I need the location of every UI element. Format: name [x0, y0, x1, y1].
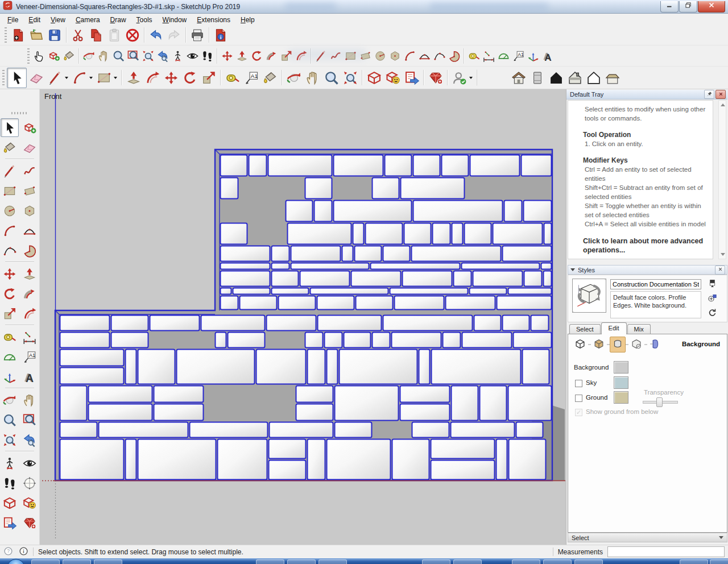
model-tile[interactable] — [508, 386, 552, 421]
model-tile[interactable] — [221, 155, 247, 176]
model-tile[interactable] — [334, 155, 383, 176]
model-tile[interactable] — [432, 350, 521, 384]
model-tile[interactable] — [355, 246, 382, 262]
model-tile[interactable] — [60, 333, 110, 348]
model-tile[interactable] — [257, 350, 306, 384]
tb3-button-3d-warehouse[interactable] — [365, 68, 383, 88]
rail-button-circle[interactable] — [1, 202, 18, 219]
model-tile[interactable] — [111, 333, 148, 348]
toolbar-handle[interactable] — [11, 112, 28, 114]
create-style-button[interactable] — [706, 293, 718, 304]
tb1-button-redo[interactable] — [165, 26, 183, 44]
background-settings-button[interactable] — [610, 337, 626, 353]
tb1-button-print[interactable] — [188, 26, 206, 44]
rail-button-freehand[interactable] — [21, 162, 38, 180]
model-tile[interactable] — [454, 271, 471, 287]
model-tile[interactable] — [288, 223, 351, 244]
tb2-button-zoom-window[interactable] — [126, 48, 140, 64]
tb2-button-axes[interactable] — [526, 48, 540, 64]
model-tile[interactable] — [403, 271, 452, 287]
model-tile[interactable] — [272, 288, 309, 295]
tb2-button-position-camera[interactable] — [170, 48, 185, 64]
help-icon[interactable]: ? — [3, 546, 13, 558]
model-tile[interactable] — [524, 271, 542, 287]
model-tile[interactable] — [465, 223, 491, 244]
tb2-button-3d-text[interactable]: AA — [540, 48, 555, 64]
rail-button-pie[interactable] — [21, 242, 38, 259]
model-tile[interactable] — [270, 422, 333, 438]
model-tile[interactable] — [308, 439, 325, 480]
sign-in-dropdown-arrow[interactable] — [469, 77, 473, 79]
taskbar-app-button[interactable] — [31, 559, 60, 564]
rail-button-follow-me[interactable] — [21, 285, 38, 302]
model-tile[interactable] — [286, 201, 313, 222]
learn-more-link[interactable]: Click to learn about more advanced opera… — [583, 237, 709, 255]
watermark-settings-button[interactable] — [628, 337, 644, 353]
menu-extensions[interactable]: Extensions — [192, 15, 235, 25]
style-thumbnail[interactable] — [572, 279, 606, 313]
model-tile[interactable] — [315, 201, 332, 222]
model-tile[interactable] — [221, 178, 238, 199]
rail-button-polygon[interactable] — [21, 202, 38, 219]
rail-button-tape-measure[interactable] — [1, 328, 18, 346]
taskbar-app-button[interactable] — [453, 559, 482, 564]
tb3-button-zoom[interactable] — [322, 68, 341, 88]
model-tile[interactable] — [340, 350, 417, 384]
model-tile[interactable] — [509, 439, 546, 480]
model-tile[interactable] — [451, 422, 515, 438]
show-ground-checkbox[interactable]: ✓ — [575, 409, 582, 416]
rail-button-section-plane[interactable] — [21, 474, 38, 492]
measurements-input[interactable] — [607, 546, 725, 557]
tb1-button-cut[interactable] — [69, 26, 87, 44]
model-tile[interactable] — [353, 223, 364, 244]
rail-button-line[interactable] — [1, 162, 18, 180]
model-tile[interactable] — [154, 404, 204, 421]
taskbar-app-button[interactable] — [94, 559, 122, 564]
instructor-scrollbar[interactable] — [718, 100, 726, 259]
model-tile[interactable] — [504, 201, 522, 222]
model-tile[interactable] — [344, 333, 371, 348]
tb3-button-view-iso[interactable] — [509, 68, 528, 88]
tb2-button-two-point-arc[interactable] — [417, 48, 432, 64]
model-tile[interactable] — [366, 223, 403, 244]
model-tile[interactable] — [383, 246, 410, 262]
model-tile[interactable] — [514, 333, 552, 348]
model-tile[interactable] — [228, 333, 265, 348]
model-tile[interactable] — [413, 155, 440, 176]
model-tile[interactable] — [60, 350, 124, 366]
model-tile[interactable] — [296, 386, 333, 403]
rail-button-orbit[interactable] — [1, 391, 18, 409]
model-tile[interactable] — [327, 350, 338, 384]
model-tile[interactable] — [221, 271, 270, 287]
rail-button-move[interactable] — [1, 265, 18, 283]
model-tile[interactable] — [523, 350, 549, 384]
model-tile[interactable] — [516, 422, 543, 438]
tb3-button-view-left[interactable] — [584, 68, 603, 88]
tb3-button-arc[interactable] — [70, 68, 89, 88]
tb3-button-paint-bucket[interactable] — [260, 68, 279, 88]
tb1-button-open[interactable] — [27, 26, 46, 44]
taskbar-app-button[interactable] — [710, 559, 728, 564]
menu-file[interactable]: File — [2, 15, 23, 25]
tray-pin-button[interactable] — [704, 90, 714, 99]
tb2-button-text[interactable]: A1 — [511, 48, 526, 64]
rail-button-zoom-window[interactable] — [21, 411, 38, 429]
model-tile[interactable] — [443, 333, 461, 348]
toolbar-handle[interactable] — [5, 27, 7, 43]
tb2-button-circle[interactable] — [373, 48, 387, 64]
rail-button-pan[interactable] — [21, 391, 38, 409]
model-tile[interactable] — [419, 350, 430, 384]
model-tile[interactable] — [291, 263, 369, 269]
model-tile[interactable] — [154, 386, 204, 403]
model-tile[interactable] — [462, 263, 540, 269]
rail-button-position-camera[interactable] — [1, 454, 18, 472]
model-tile[interactable] — [390, 288, 468, 295]
tb2-button-make-component[interactable] — [47, 48, 61, 64]
styles-section-header[interactable]: Styles — [568, 265, 727, 275]
model-tile[interactable] — [452, 386, 478, 421]
transparency-slider-thumb[interactable] — [656, 397, 663, 407]
rail-button-look-around[interactable] — [21, 454, 38, 472]
tb2-button-arc[interactable] — [402, 48, 417, 64]
model-tile[interactable] — [300, 271, 350, 287]
model-tile[interactable] — [442, 155, 469, 176]
